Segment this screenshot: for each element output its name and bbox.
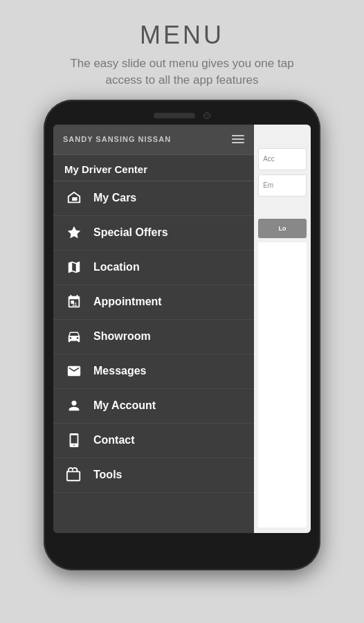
calendar-icon: 31	[64, 292, 84, 312]
right-panel-field-email-label: Em	[263, 181, 273, 189]
car-icon	[64, 327, 84, 346]
phone-shell: SANDY SANSING NISSAN My Driver Center	[44, 100, 320, 570]
phone-screen: SANDY SANSING NISSAN My Driver Center	[53, 125, 311, 533]
right-panel-login-label: Lo	[279, 225, 286, 232]
hamburger-line-3	[232, 142, 244, 143]
menu-item-showroom[interactable]: Showroom	[53, 320, 254, 354]
toolbox-icon	[64, 465, 84, 485]
page-subtitle: The easy slide out menu gives you one ta…	[51, 55, 313, 89]
menu-panel: SANDY SANSING NISSAN My Driver Center	[53, 125, 254, 533]
phone-icon	[64, 431, 84, 450]
menu-item-location-label: Location	[93, 261, 140, 273]
phone-top-bar	[53, 112, 311, 119]
page-header: MENU The easy slide out menu gives you o…	[37, 0, 327, 100]
app-header: SANDY SANSING NISSAN	[53, 125, 254, 155]
svg-text:31: 31	[72, 302, 78, 307]
hamburger-icon[interactable]	[232, 135, 244, 143]
right-panel-field-email: Em	[258, 174, 307, 197]
garage-icon	[64, 188, 84, 208]
right-panel-field-account: Acc	[258, 148, 307, 170]
menu-item-messages-label: Messages	[93, 365, 147, 377]
menu-items: My Cars Special Offers	[53, 181, 254, 533]
phone-camera	[203, 112, 210, 119]
menu-item-tools[interactable]: Tools	[53, 458, 254, 493]
driver-center-header: My Driver Center	[53, 155, 254, 181]
page-title: MENU	[51, 21, 313, 50]
phone-speaker	[154, 113, 195, 118]
menu-item-showroom-label: Showroom	[93, 330, 151, 343]
person-icon	[64, 396, 84, 415]
right-panel: Acc Em Lo	[254, 125, 311, 533]
right-panel-login-button[interactable]: Lo	[258, 219, 307, 238]
menu-item-my-cars[interactable]: My Cars	[53, 181, 254, 216]
menu-item-my-account-label: My Account	[93, 399, 156, 412]
envelope-icon	[64, 361, 84, 381]
menu-item-appointment-label: Appointment	[93, 296, 162, 308]
menu-item-location[interactable]: Location	[53, 251, 254, 285]
right-panel-field-account-label: Acc	[263, 155, 275, 163]
svg-rect-0	[72, 199, 76, 201]
menu-item-special-offers-label: Special Offers	[93, 226, 168, 239]
right-panel-top-spacer	[258, 130, 307, 144]
menu-item-special-offers[interactable]: Special Offers	[53, 216, 254, 251]
right-panel-white-block	[258, 242, 307, 527]
right-panel-mid-spacer	[258, 201, 307, 215]
menu-item-contact-label: Contact	[93, 434, 135, 446]
menu-item-my-account[interactable]: My Account	[53, 389, 254, 424]
menu-item-tools-label: Tools	[93, 469, 122, 481]
app-title: SANDY SANSING NISSAN	[63, 135, 171, 143]
map-icon	[64, 258, 84, 277]
menu-item-my-cars-label: My Cars	[93, 192, 136, 204]
driver-center-label: My Driver Center	[64, 163, 243, 175]
star-icon	[64, 223, 84, 242]
menu-item-appointment[interactable]: 31 Appointment	[53, 285, 254, 320]
hamburger-line-2	[232, 138, 244, 140]
hamburger-line-1	[232, 135, 244, 136]
menu-item-messages[interactable]: Messages	[53, 354, 254, 389]
menu-item-contact[interactable]: Contact	[53, 424, 254, 458]
